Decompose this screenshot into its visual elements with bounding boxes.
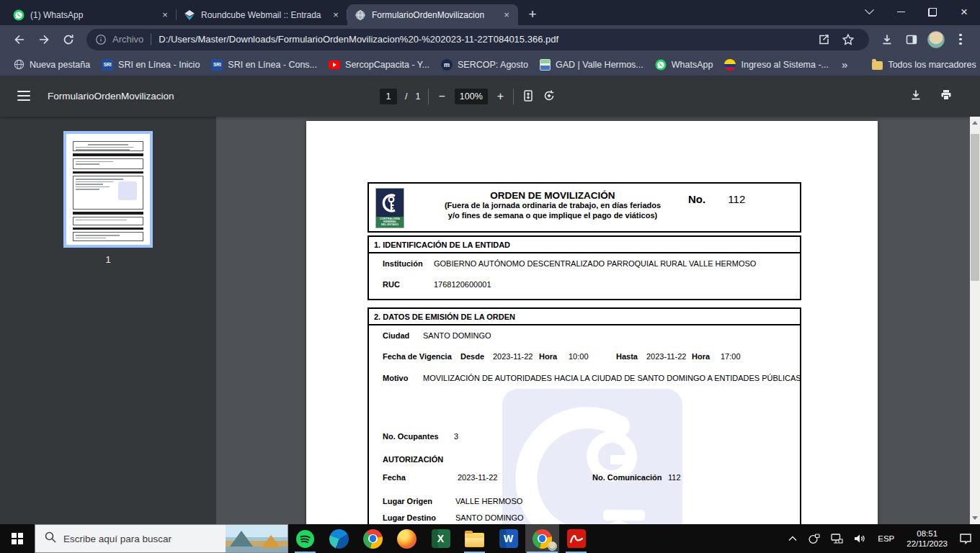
tab-close-button[interactable]: × [159,9,171,21]
close-window-button[interactable]: × [948,0,980,24]
url-text: D:/Users/Master/Downloads/FormularioOrde… [159,34,811,45]
tab-search-button[interactable] [853,0,885,24]
zoom-out-button[interactable]: − [437,90,446,103]
all-bookmarks-label: Todos los marcadores [888,60,976,70]
browser-toolbar: Archivo D:/Users/Master/Downloads/Formul… [0,25,980,53]
tab-title: Roundcube Webmail :: Entrada [201,10,324,20]
bookmark-star-button[interactable] [836,27,860,52]
fecha-comunicacion-row: Fecha 2023-11-22 No. Comunicación 112 [383,473,796,482]
taskbar-search[interactable]: Escribe aquí para buscar [35,524,288,553]
bookmark-label: SERCOP: Agosto [458,60,528,70]
forward-button[interactable] [32,27,56,52]
browser-window: (1) WhatsApp × Roundcube Webmail :: Entr… [0,0,980,553]
address-bar[interactable]: Archivo D:/Users/Master/Downloads/Formul… [86,29,869,50]
pdf-toolbar: FormularioOrdenMovilizacion 1 / 1 − 100%… [0,76,980,117]
form-header-box: CONTRALORÍA GENERAL DEL ESTADO ORDEN DE … [368,182,801,233]
rotate-button[interactable] [543,89,556,104]
bookmark-nueva-pestana[interactable]: Nueva pestaña [7,57,96,73]
browser-menu-button[interactable] [948,27,973,52]
taskbar-excel[interactable]: X [424,524,458,553]
roundcube-favicon-icon [184,9,195,21]
taskbar-clock[interactable]: 08:51 22/11/2023 [904,529,950,549]
tab-pdf-active[interactable]: FormularioOrdenMovilizacion × [347,4,518,25]
bookmark-gad-valle-hermoso[interactable]: GAD | Valle Hermos... [534,57,649,73]
field-label: Hora [692,352,721,361]
taskbar-spotify[interactable] [288,524,322,553]
minimize-button[interactable] [885,0,917,24]
zoom-level-input[interactable]: 100% [455,89,488,104]
profile-avatar[interactable] [924,27,948,52]
reload-button[interactable] [56,27,81,52]
field-label: No. Ocupantes [383,432,454,441]
taskbar-chrome-active-window[interactable] [525,524,559,553]
taskbar-edge[interactable] [322,524,356,553]
bookmarks-overflow-button[interactable]: » [834,58,855,71]
restore-button[interactable] [917,0,948,24]
form-number-value: 112 [728,193,745,205]
folder-icon [872,61,883,70]
globe-icon [13,59,24,71]
bookmark-sercop-agosto[interactable]: m SERCOP: Agosto [435,57,534,73]
bookmark-sercopcapacita[interactable]: SercopCapacita - Y... [323,58,435,72]
tray-volume-button[interactable] [852,534,868,544]
bookmark-whatsapp[interactable]: WhatsApp [649,57,719,73]
taskbar-firefox[interactable] [390,524,424,553]
downloads-button[interactable] [875,27,899,52]
thumbnail-page-number: 1 [0,254,216,265]
tab-roundcube[interactable]: Roundcube Webmail :: Entrada × [177,4,347,25]
scroll-up-arrow-icon[interactable] [972,121,978,125]
tray-expand-button[interactable] [786,536,799,541]
section-identificacion: 1. IDENTIFICACIÓN DE LA ENTIDAD Instituc… [368,235,801,300]
document-favicon-icon [355,9,366,21]
side-panel-button[interactable] [899,27,924,52]
vertical-scrollbar[interactable] [970,117,980,524]
bookmark-label: Nueva pestaña [30,60,90,70]
pdf-download-button[interactable] [909,89,922,104]
form-subtitle-line2: y/o fines de semana o que implique el pa… [412,211,693,221]
bookmark-sri-consultas[interactable]: SRI SRI en Línea - Cons... [205,57,323,73]
windows-logo-icon [12,533,24,545]
page-number-input[interactable]: 1 [380,89,397,104]
page-separator: / [405,91,407,102]
tray-meet-now-button[interactable] [806,534,822,544]
firefox-icon [397,529,416,549]
tab-close-button[interactable]: × [330,9,342,21]
tray-network-button[interactable] [829,534,845,544]
bookmark-label: WhatsApp [672,60,713,70]
taskbar-chrome[interactable] [356,524,390,553]
bookmark-sri-inicio[interactable]: SRI SRI en Línea - Inicio [96,57,205,73]
new-tab-button[interactable]: + [522,4,543,24]
lugar-origen-row: Lugar Origen VALLE HERMOSO [383,497,796,505]
bookmarks-bar: Nueva pestaña SRI SRI en Línea - Inicio … [0,53,980,76]
page-thumbnail[interactable] [63,131,153,248]
form-title-block: ORDEN DE MOVILIZACIÓN (Fuera de la jorna… [412,190,693,220]
action-center-button[interactable] [957,533,974,544]
tab-close-button[interactable]: × [501,9,512,21]
ruc-row: RUC 1768120600001 [383,280,796,289]
taskbar-file-explorer[interactable] [458,524,491,553]
whatsapp-favicon-icon [13,9,24,21]
scrollbar-thumb[interactable] [971,134,979,281]
all-bookmarks-button[interactable]: Todos los marcadores [866,58,980,72]
fit-page-button[interactable] [522,89,535,104]
field-value: 2023-11-22 [458,473,592,482]
search-box-image[interactable] [226,525,288,552]
taskbar-acrobat[interactable] [559,524,593,553]
start-button[interactable] [0,524,35,553]
back-button[interactable] [7,27,32,52]
language-indicator[interactable]: ESP [875,534,897,543]
pdf-menu-button[interactable] [17,91,30,101]
pdf-print-button[interactable] [940,89,953,104]
zoom-in-button[interactable]: + [496,90,505,103]
cge-logo: CONTRALORÍA GENERAL DEL ESTADO [375,188,404,228]
tab-whatsapp[interactable]: (1) WhatsApp × [6,4,177,25]
section2-title: 2. DATOS DE EMISIÓN DE LA ORDEN [369,309,800,325]
close-icon: × [961,6,968,18]
bookmark-ingreso-sistema[interactable]: Ingreso al Sistema -... [718,57,834,73]
sri-icon: SRI [211,59,223,71]
share-button[interactable] [811,27,836,52]
pdf-action-buttons [909,76,970,117]
taskbar-word[interactable]: W [491,524,525,553]
scroll-down-arrow-icon[interactable] [972,516,978,520]
info-icon [95,34,107,45]
